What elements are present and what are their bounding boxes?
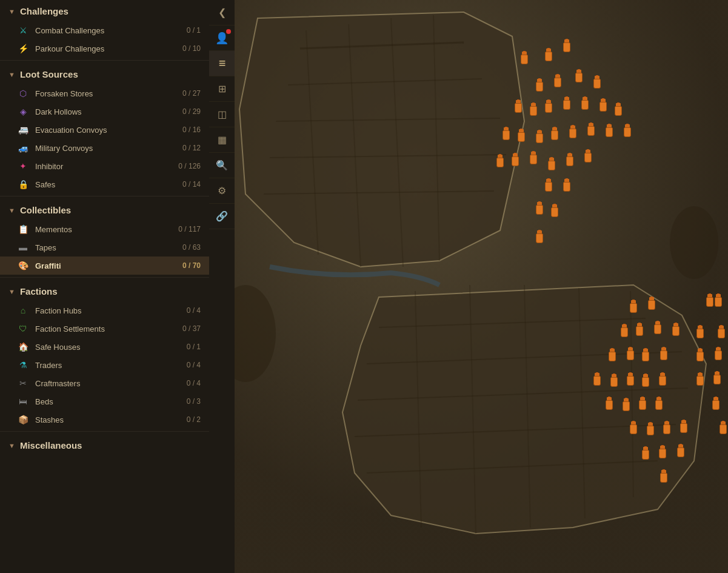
marker-11[interactable] [561,96,572,112]
sidebar-item-dark-hollows[interactable]: ◈ Dark Hollows 0 / 29 [0,102,209,121]
map-container[interactable]: ❮ 👤 ≡ ⊞ ◫ ▦ 🔍 ⚙ 🔗 [209,0,728,573]
marker-44[interactable] [640,348,651,364]
marker-54[interactable] [712,371,723,387]
sidebar-item-mementos[interactable]: 📋 Mementos 0 / 117 [0,220,209,238]
sidebar-item-combat-challenges[interactable]: ⚔ Combat Challenges 0 / 1 [0,21,209,39]
marker-21[interactable] [604,124,615,139]
marker-50[interactable] [625,372,636,388]
marker-9[interactable] [528,102,539,118]
marker-18[interactable] [549,127,560,142]
marker-63[interactable] [640,446,651,462]
marker-5[interactable] [552,74,563,90]
collapse-button[interactable]: ❮ [209,0,235,25]
section-header-collectibles[interactable]: ▼ Collectibles [0,199,209,220]
marker-49[interactable] [609,374,619,389]
marker-51[interactable] [640,374,651,389]
marker-47[interactable] [713,347,724,363]
marker-17[interactable] [534,130,545,146]
sidebar-item-faction-settlements[interactable]: 🛡 Faction Settlements 0 / 37 [0,320,209,338]
layers-button[interactable]: ◫ [209,102,235,127]
section-header-challenges[interactable]: ▼ Challenges [0,0,209,21]
sidebar-item-forsaken-stores[interactable]: ⬡ Forsaken Stores 0 / 27 [0,84,209,102]
marker-4[interactable] [534,78,545,94]
marker-42[interactable] [607,348,618,364]
marker-60[interactable] [645,422,656,438]
marker-69[interactable] [710,397,721,412]
marker-52[interactable] [657,372,668,388]
marker-40[interactable] [695,325,706,341]
marker-28[interactable] [583,149,593,165]
marker-56[interactable] [621,398,632,414]
marker-64[interactable] [657,445,668,461]
marker-62[interactable] [678,420,689,435]
marker-39[interactable] [670,323,681,338]
marker-24[interactable] [510,153,521,169]
sidebar-item-craftmasters[interactable]: ✂ Craftmasters 0 / 4 [0,374,209,392]
share-button[interactable]: 🔗 [209,204,235,229]
marker-7[interactable] [592,75,603,91]
marker-20[interactable] [586,122,596,138]
sidebar-item-safe-houses[interactable]: 🏠 Safe Houses 0 / 1 [0,338,209,356]
section-header-factions[interactable]: ▼ Factions [0,280,209,301]
marker-31[interactable] [534,201,545,217]
character-button[interactable]: 👤 [209,25,235,51]
marker-35[interactable] [646,297,657,312]
sidebar-item-evacuation-convoys[interactable]: 🚐 Evacuation Convoys 0 / 16 [0,121,209,139]
marker-10[interactable] [543,99,554,115]
sidebar-item-tapes[interactable]: ▬ Tapes 0 / 63 [0,238,209,256]
marker-16[interactable] [516,129,527,144]
marker-46[interactable] [695,348,706,364]
sidebar-item-military-convoys[interactable]: 🚙 Military Convoys 0 / 12 [0,139,209,157]
sidebar-item-safes[interactable]: 🔒 Safes 0 / 14 [0,175,209,193]
marker-25[interactable] [528,151,539,167]
marker-48[interactable] [592,372,603,388]
marker-61[interactable] [661,421,672,437]
marker-37[interactable] [634,323,645,338]
marker-13[interactable] [598,98,609,114]
marker-57[interactable] [637,397,648,412]
marker-22[interactable] [622,124,633,139]
marker-53[interactable] [695,372,706,388]
sidebar-item-inhibitor[interactable]: ✦ Inhibitor 0 / 126 [0,157,209,175]
marker-32[interactable] [549,204,560,219]
sidebar-item-beds[interactable]: 🛏 Beds 0 / 3 [0,392,209,410]
section-header-miscellaneous[interactable]: ▼ Miscellaneous [0,434,209,455]
marker-59[interactable] [628,421,639,437]
marker-1[interactable] [519,51,530,67]
marker-26[interactable] [546,157,557,173]
marker-23[interactable] [495,154,506,170]
marker-55[interactable] [604,397,615,412]
section-header-loot-sources[interactable]: ▼ Loot Sources [0,63,209,84]
marker-43[interactable] [625,347,636,363]
marker-29[interactable] [543,178,554,194]
list-view-button[interactable]: ≡ [209,51,235,76]
sidebar-item-traders[interactable]: ⚗ Traders 0 / 4 [0,356,209,374]
legend-button[interactable]: ▦ [209,127,235,153]
marker-3[interactable] [561,39,572,55]
marker-6[interactable] [573,69,584,85]
marker-30[interactable] [561,178,572,194]
marker-19[interactable] [567,125,578,141]
marker-34[interactable] [628,300,639,315]
marker-68[interactable] [713,293,724,309]
sidebar-item-parkour-challenges[interactable]: ⚡ Parkour Challenges 0 / 10 [0,39,209,58]
sidebar-item-faction-hubs[interactable]: ⌂ Faction Hubs 0 / 4 [0,301,209,320]
marker-45[interactable] [658,347,669,363]
marker-15[interactable] [501,127,512,142]
marker-8[interactable] [513,99,524,115]
map-pins-button[interactable]: ⊞ [209,76,235,102]
search-button[interactable]: 🔍 [209,153,235,178]
marker-36[interactable] [619,324,630,340]
marker-70[interactable] [718,421,728,437]
marker-65[interactable] [675,444,686,460]
sidebar-item-graffiti[interactable]: 🎨 Graffiti 0 / 70 [0,256,209,275]
marker-33[interactable] [534,230,545,246]
marker-41[interactable] [716,325,727,341]
marker-2[interactable] [543,48,554,64]
sidebar-item-stashes[interactable]: 📦 Stashes 0 / 2 [0,410,209,429]
settings-button[interactable]: ⚙ [209,178,235,204]
marker-58[interactable] [653,397,664,412]
marker-27[interactable] [564,153,575,169]
marker-66[interactable] [658,469,669,485]
marker-14[interactable] [613,102,624,118]
